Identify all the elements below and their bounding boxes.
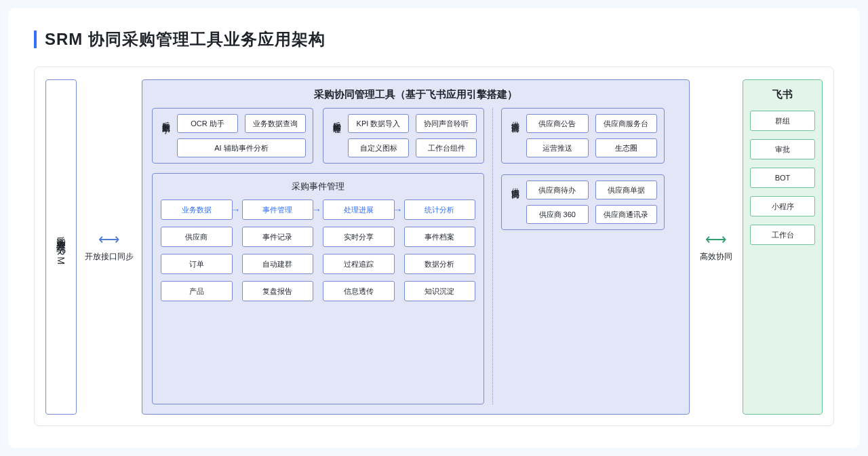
evt-supplier: 供应商	[161, 227, 233, 247]
connector-left-label: 开放接口同步	[85, 251, 134, 263]
feishu-panel: 飞书 群组 审批 BOT 小程序 工作台	[743, 79, 823, 415]
arrow-right-icon: →	[312, 204, 321, 215]
supplier-collab-grid: 供应商待办 供应商单据 供应商 360 供应商通讯录	[521, 180, 657, 224]
cell-ecosystem: 生态圈	[595, 138, 658, 157]
procurement-tool-panel: 采购协同管理工具（基于飞书应用引擎搭建） 采购数据助手 OCR 助手	[142, 79, 690, 415]
diagram-container: 采购业务系统 SRM ⟷ 开放接口同步 采购协同管理工具（基于飞书应用引擎搭建）…	[34, 66, 834, 426]
arrow-right-icon: →	[393, 204, 403, 215]
cell-supplier-doc: 供应商单据	[595, 180, 658, 200]
srm-label: 采购业务系统 SRM	[55, 229, 67, 266]
metric-label: 采购指标管理	[331, 115, 342, 119]
evt-knowledge: 知识沉淀	[404, 281, 476, 301]
evt-review: 复盘报告	[242, 281, 314, 301]
srm-system-box: 采购业务系统 SRM	[45, 79, 77, 415]
supplier-ops-label-wrap: 供应商运营	[509, 114, 521, 157]
evt-product: 产品	[161, 281, 233, 301]
feishu-item-miniapp: 小程序	[750, 196, 815, 216]
metric-label-wrap: 采购指标管理	[330, 114, 342, 157]
architecture-slide: SRM 协同采购管理工具业务应用架构 采购业务系统 SRM ⟷ 开放接口同步 采…	[8, 8, 860, 448]
cell-custom-icon: 自定义图标	[348, 138, 409, 157]
data-helper-label-wrap: 采购数据助手	[159, 114, 172, 157]
cell-supplier-todo: 供应商待办	[526, 180, 589, 200]
feishu-item-group: 群组	[750, 111, 815, 131]
feishu-items: 群组 审批 BOT 小程序 工作台	[750, 111, 815, 245]
cell-ai-analysis: AI 辅助事件分析	[177, 138, 306, 157]
top-subbox-row: 采购数据助手 OCR 助手 业务数据查询 AI 辅助事件分析	[152, 108, 484, 164]
flow-bizdata: 业务数据→	[161, 200, 233, 220]
metric-box: 采购指标管理 KPI 数据导入 协同声音聆听 自定义图标 工作台组件	[323, 108, 484, 164]
feishu-item-approval: 审批	[750, 139, 815, 159]
supplier-collab-box: 供应商协同 供应商待办 供应商单据 供应商 360 供应商通讯录	[501, 174, 665, 230]
arrow-right-icon: →	[231, 204, 241, 215]
feishu-item-bot: BOT	[750, 168, 815, 188]
evt-archive: 事件档案	[404, 227, 476, 247]
supplier-collab-label-wrap: 供应商协同	[509, 180, 521, 224]
evt-autogroup: 自动建群	[242, 254, 314, 274]
feishu-title: 飞书	[772, 88, 793, 101]
data-helper-label: 采购数据助手	[160, 115, 172, 119]
event-grid: 业务数据→ 事件管理→ 处理进展→ 统计分析 供应商 事件记录 实时分享 事件档…	[161, 200, 475, 301]
title-accent-bar	[34, 31, 37, 48]
event-mgmt-box: 采购事件管理 业务数据→ 事件管理→ 处理进展→ 统计分析 供应商 事件记录 实…	[152, 173, 484, 404]
title-row: SRM 协同采购管理工具业务应用架构	[34, 28, 834, 50]
evt-info-relay: 信息透传	[323, 281, 395, 301]
evt-data-analysis: 数据分析	[404, 254, 476, 274]
cell-bizdata-query: 业务数据查询	[245, 114, 306, 133]
evt-share: 实时分享	[323, 227, 395, 247]
cell-supplier-helpdesk: 供应商服务台	[595, 114, 658, 133]
connector-right: ⟷ 高效协同	[692, 79, 740, 415]
supplier-ops-box: 供应商运营 供应商公告 供应商服务台 运营推送 生态圈	[501, 108, 665, 164]
cell-supplier-announce: 供应商公告	[526, 114, 589, 133]
metric-grid: KPI 数据导入 协同声音聆听 自定义图标 工作台组件	[342, 114, 477, 157]
flow-event-mgmt: 事件管理→	[242, 200, 314, 220]
supplier-ops-grid: 供应商公告 供应商服务台 运营推送 生态圈	[521, 114, 657, 157]
flow-progress: 处理进展→	[323, 200, 395, 220]
bidirectional-arrow-icon: ⟷	[98, 232, 120, 247]
page-title: SRM 协同采购管理工具业务应用架构	[45, 28, 326, 50]
cell-workbench-widget: 工作台组件	[416, 138, 477, 157]
center-body: 采购数据助手 OCR 助手 业务数据查询 AI 辅助事件分析	[152, 108, 679, 404]
cell-ocr: OCR 助手	[177, 114, 238, 133]
supplier-ops-label: 供应商运营	[509, 115, 521, 119]
event-title: 采购事件管理	[161, 180, 475, 193]
data-helper-grid: OCR 助手 业务数据查询 AI 辅助事件分析	[172, 114, 306, 157]
supplier-collab-label: 供应商协同	[509, 182, 521, 185]
evt-record: 事件记录	[242, 227, 314, 247]
cell-ops-push: 运营推送	[526, 138, 589, 157]
cell-supplier-360: 供应商 360	[526, 205, 589, 224]
evt-tracking: 过程追踪	[323, 254, 395, 274]
bidirectional-arrow-icon: ⟷	[705, 232, 727, 247]
cell-voice-listen: 协同声音聆听	[416, 114, 477, 133]
center-title: 采购协同管理工具（基于飞书应用引擎搭建）	[152, 88, 679, 101]
center-right-column: 供应商运营 供应商公告 供应商服务台 运营推送 生态圈	[492, 108, 665, 404]
center-left-column: 采购数据助手 OCR 助手 业务数据查询 AI 辅助事件分析	[152, 108, 484, 404]
connector-left: ⟷ 开放接口同步	[79, 79, 139, 415]
data-helper-box: 采购数据助手 OCR 助手 业务数据查询 AI 辅助事件分析	[152, 108, 313, 164]
cell-supplier-contacts: 供应商通讯录	[595, 205, 658, 224]
evt-order: 订单	[161, 254, 233, 274]
feishu-item-workbench: 工作台	[750, 225, 815, 245]
cell-kpi-import: KPI 数据导入	[348, 114, 409, 133]
flow-stats: 统计分析	[404, 200, 476, 220]
connector-right-label: 高效协同	[700, 251, 732, 263]
